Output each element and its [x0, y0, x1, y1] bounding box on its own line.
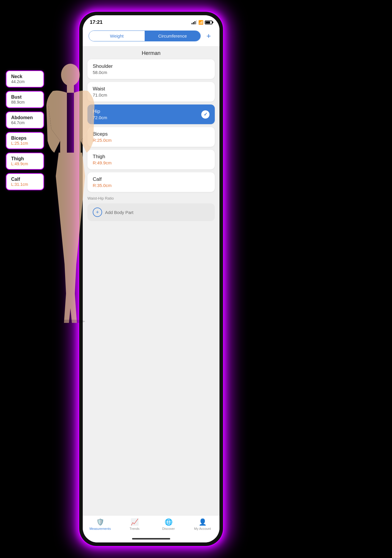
bottom-nav: 🛡️ Measurements 📈 Trends 🌐 Discover 👤 My… [83, 515, 219, 536]
user-name: Herman [87, 46, 215, 59]
measure-value: R:35.0cm [93, 183, 209, 188]
phone-screen: 17:21 📶 Weight Circumference + [83, 15, 219, 542]
tab-segment: Weight Circumference [89, 31, 201, 41]
main-content: Herman Shoulder 58.0cm Waist 71.0cm Hip … [83, 46, 219, 515]
home-indicator [83, 536, 219, 542]
discover-icon: 🌐 [165, 518, 173, 526]
whr-area: Waist-Hip Ratio [87, 195, 215, 203]
floating-card-abdomen: Abdomen 64.7cm [6, 112, 44, 129]
nav-discover-label: Discover [162, 527, 175, 530]
measure-card-biceps[interactable]: Biceps R:25.0cm [87, 127, 215, 147]
measure-value: 71.0cm [93, 92, 209, 97]
float-value: 88.9cm [11, 100, 39, 104]
card-with-check: Hip 72.0cm ✓ [93, 109, 209, 120]
floating-labels-container: Neck 44.2cm Bust 88.9cm Abdomen 64.7cm B… [6, 70, 44, 190]
float-label: Abdomen [11, 115, 39, 120]
add-circle-icon: + [93, 208, 102, 217]
nav-measurements[interactable]: 🛡️ Measurements [89, 518, 111, 530]
floating-card-neck: Neck 44.2cm [6, 70, 44, 87]
trends-icon: 📈 [131, 518, 138, 526]
svg-rect-1 [67, 85, 74, 93]
measure-card-calf[interactable]: Calf R:35.0cm [87, 172, 215, 192]
tab-circumference[interactable]: Circumference [145, 31, 200, 41]
measure-label: Calf [93, 176, 209, 182]
measure-card-waist[interactable]: Waist 71.0cm [87, 82, 215, 102]
floating-card-biceps: Biceps L:25.1cm [6, 132, 44, 149]
status-icons: 📶 [192, 20, 212, 25]
wifi-icon: 📶 [198, 20, 203, 25]
measure-value: R:25.0cm [93, 138, 209, 143]
whr-label: Waist-Hip Ratio [87, 196, 114, 200]
nav-my-account[interactable]: 👤 My Account [192, 518, 213, 530]
status-bar: 17:21 📶 [83, 15, 219, 28]
home-bar [132, 538, 170, 540]
check-icon: ✓ [201, 110, 209, 119]
nav-measurements-label: Measurements [89, 527, 111, 530]
measure-card-thigh[interactable]: Thigh R:49.9cm [87, 150, 215, 169]
add-body-part[interactable]: + Add Body Part [87, 203, 215, 221]
float-value: L:25.1cm [11, 141, 39, 146]
phone-frame: 17:21 📶 Weight Circumference + [79, 12, 223, 546]
nav-discover[interactable]: 🌐 Discover [158, 518, 179, 530]
svg-point-0 [61, 64, 80, 86]
tab-bar: Weight Circumference + [83, 28, 219, 46]
float-value: L:49.9cm [11, 161, 39, 166]
add-button[interactable]: + [204, 31, 214, 41]
battery-icon [205, 21, 212, 24]
measure-label: Shoulder [93, 63, 209, 69]
measure-card-hip[interactable]: Hip 72.0cm ✓ [87, 104, 215, 124]
nav-my-account-label: My Account [194, 527, 211, 530]
float-label: Bust [11, 95, 39, 100]
measure-card-shoulder[interactable]: Shoulder 58.0cm [87, 59, 215, 79]
measure-label: Biceps [93, 131, 209, 137]
nav-trends-label: Trends [130, 527, 140, 530]
measure-label: Waist [93, 86, 209, 92]
float-value: L:31.1cm [11, 182, 39, 187]
measure-value: R:49.9cm [93, 160, 209, 165]
float-value: 64.7cm [11, 120, 39, 125]
floating-card-bust: Bust 88.9cm [6, 91, 44, 108]
float-label: Biceps [11, 136, 39, 141]
measure-value: 58.0cm [93, 70, 209, 75]
add-body-part-label: Add Body Part [105, 210, 134, 215]
tab-weight[interactable]: Weight [89, 31, 145, 41]
floating-card-calf: Calf L:31.1cm [6, 173, 44, 190]
float-label: Thigh [11, 156, 39, 161]
cards-container: Shoulder 58.0cm Waist 71.0cm Hip 72.0cm … [87, 59, 215, 192]
float-value: 44.2cm [11, 79, 39, 84]
measure-label: Hip [93, 109, 107, 114]
float-label: Calf [11, 177, 39, 182]
status-time: 17:21 [90, 19, 102, 25]
account-icon: 👤 [199, 518, 207, 526]
signal-icon [192, 20, 197, 24]
measure-value: 72.0cm [93, 115, 107, 120]
measurements-icon: 🛡️ [96, 518, 104, 526]
measure-label: Thigh [93, 154, 209, 160]
float-label: Neck [11, 74, 39, 79]
nav-trends[interactable]: 📈 Trends [124, 518, 145, 530]
floating-card-thigh: Thigh L:49.9cm [6, 153, 44, 170]
